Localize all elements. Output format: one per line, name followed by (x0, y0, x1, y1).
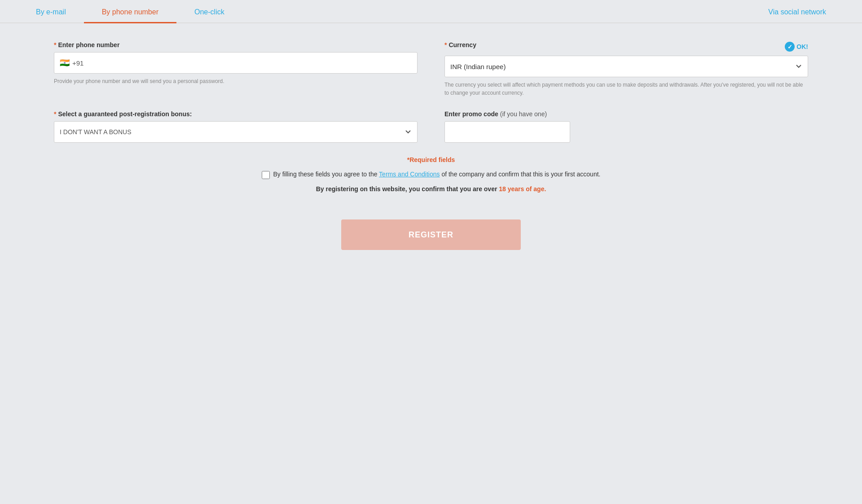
bonus-label: * Select a guaranteed post-registration … (54, 110, 418, 118)
bonus-select[interactable]: I DON'T WANT A BONUS Welcome bonus Free … (54, 121, 418, 143)
currency-required-star: * (444, 41, 447, 48)
register-button[interactable]: REGISTER (341, 219, 521, 250)
currency-select[interactable]: INR (Indian rupee) USD (US Dollar) EUR (… (444, 56, 808, 77)
ok-badge: ✓ OK! (785, 42, 808, 52)
age-text-before: By registering on this website, you conf… (316, 185, 499, 193)
phone-help-text: Provide your phone number and we will se… (54, 77, 418, 85)
terms-text-before: By filling these fields you agree to the (273, 171, 379, 178)
bonus-required-star: * (54, 110, 56, 118)
promo-input[interactable] (444, 121, 570, 143)
age-notice: By registering on this website, you conf… (54, 185, 808, 193)
currency-group: * Currency ✓ OK! INR (Indian rupee) USD … (444, 41, 808, 97)
terms-text: By filling these fields you agree to the… (273, 171, 601, 178)
promo-label: Enter promo code (if you have one) (444, 110, 808, 118)
phone-input-wrap[interactable]: 🇮🇳 (54, 52, 418, 74)
promo-label-text: Enter promo code (444, 110, 498, 118)
registration-form: * Enter phone number 🇮🇳 Provide your pho… (0, 23, 862, 268)
form-row-1: * Enter phone number 🇮🇳 Provide your pho… (54, 41, 808, 97)
tab-social[interactable]: Via social network (750, 0, 844, 22)
currency-label-text: Currency (449, 41, 476, 48)
tab-phone[interactable]: By phone number (84, 0, 176, 22)
currency-header: * Currency ✓ OK! (444, 41, 808, 52)
required-fields-note: *Required fields (54, 156, 808, 163)
phone-label: * Enter phone number (54, 41, 418, 48)
phone-group: * Enter phone number 🇮🇳 Provide your pho… (54, 41, 418, 97)
terms-checkbox[interactable] (262, 171, 270, 179)
ok-text: OK! (796, 43, 808, 50)
bonus-group: * Select a guaranteed post-registration … (54, 110, 418, 143)
tab-email[interactable]: By e-mail (18, 0, 84, 22)
phone-label-text: Enter phone number (58, 41, 119, 48)
promo-group: Enter promo code (if you have one) (444, 110, 808, 143)
form-row-2: * Select a guaranteed post-registration … (54, 110, 808, 143)
register-btn-wrap: REGISTER (54, 219, 808, 250)
promo-label-sub: (if you have one) (500, 110, 547, 118)
terms-text-after: of the company and confirm that this is … (440, 171, 601, 178)
currency-label: * Currency (444, 41, 476, 48)
phone-input[interactable] (72, 59, 412, 67)
bonus-label-text: Select a guaranteed post-registration bo… (58, 110, 192, 118)
registration-tabs: By e-mail By phone number One-click Via … (0, 0, 862, 23)
ok-check-icon: ✓ (785, 42, 795, 52)
terms-row: By filling these fields you agree to the… (54, 171, 808, 179)
tab-oneclick[interactable]: One-click (176, 0, 242, 22)
currency-help-text: The currency you select will affect whic… (444, 81, 808, 97)
phone-required-star: * (54, 41, 56, 48)
age-highlight: 18 years of age. (499, 185, 546, 193)
terms-link[interactable]: Terms and Conditions (379, 171, 440, 178)
india-flag-icon: 🇮🇳 (60, 58, 70, 68)
